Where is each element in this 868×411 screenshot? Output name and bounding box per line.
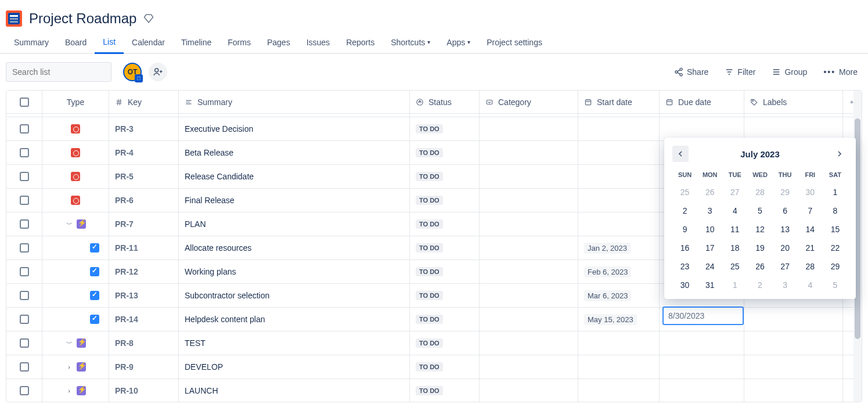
- prev-month-button[interactable]: [672, 146, 689, 162]
- start-date-value[interactable]: Feb 6, 2023: [584, 266, 631, 277]
- tab-summary[interactable]: Summary: [6, 31, 57, 53]
- issue-key[interactable]: PR-7: [115, 219, 134, 229]
- status-badge[interactable]: TO DO: [416, 362, 443, 372]
- status-badge[interactable]: TO DO: [416, 124, 443, 134]
- calendar-day[interactable]: 31: [697, 277, 722, 293]
- row-checkbox[interactable]: [20, 196, 29, 205]
- issue-key[interactable]: PR-11: [115, 243, 138, 253]
- more-button[interactable]: ••• More: [819, 65, 862, 79]
- calendar-day[interactable]: 2: [672, 203, 697, 219]
- start-date-value[interactable]: Jan 2, 2023: [584, 243, 631, 254]
- assignee-avatar[interactable]: OT □: [123, 63, 142, 81]
- table-row[interactable]: ›PR-9DEVELOPTO DO: [6, 355, 862, 379]
- tab-issues[interactable]: Issues: [298, 31, 338, 53]
- calendar-day[interactable]: 21: [798, 240, 823, 256]
- col-due-date[interactable]: Due date: [660, 91, 744, 114]
- issue-key[interactable]: PR-5: [115, 172, 134, 181]
- issue-summary[interactable]: Executive Decision: [185, 124, 253, 134]
- table-row[interactable]: ›PR-10LAUNCHTO DO: [6, 379, 862, 402]
- col-start-date[interactable]: Start date: [578, 91, 660, 114]
- issue-key[interactable]: PR-3: [115, 124, 134, 134]
- status-badge[interactable]: TO DO: [416, 219, 443, 229]
- calendar-day[interactable]: 4: [798, 277, 823, 293]
- calendar-day[interactable]: 2: [747, 277, 772, 293]
- calendar-day[interactable]: 7: [798, 203, 823, 219]
- issue-summary[interactable]: Allocate resources: [185, 243, 251, 253]
- issue-summary[interactable]: Helpdesk content plan: [185, 315, 265, 324]
- calendar-day[interactable]: 24: [697, 258, 722, 275]
- issue-summary[interactable]: Working plans: [185, 267, 236, 276]
- issue-key[interactable]: PR-4: [115, 148, 134, 157]
- tab-timeline[interactable]: Timeline: [173, 31, 219, 53]
- calendar-day[interactable]: 27: [722, 184, 747, 200]
- status-badge[interactable]: TO DO: [416, 243, 443, 253]
- start-date-value[interactable]: May 15, 2023: [584, 314, 637, 325]
- filter-button[interactable]: Filter: [720, 65, 760, 79]
- tab-list[interactable]: List: [95, 31, 124, 54]
- tab-reports[interactable]: Reports: [338, 31, 383, 53]
- col-status[interactable]: Status: [410, 91, 480, 114]
- row-checkbox[interactable]: [20, 124, 29, 134]
- table-row[interactable]: ﹀PR-8TESTTO DO: [6, 331, 862, 355]
- add-people-button[interactable]: [149, 63, 167, 81]
- calendar-day[interactable]: 16: [672, 240, 697, 256]
- chevron-down-icon[interactable]: ﹀: [65, 339, 73, 348]
- calendar-day[interactable]: 29: [823, 258, 848, 275]
- calendar-day[interactable]: 13: [773, 221, 798, 237]
- status-badge[interactable]: TO DO: [416, 148, 443, 157]
- calendar-day[interactable]: 26: [747, 258, 772, 275]
- group-button[interactable]: Group: [767, 65, 812, 79]
- calendar-day[interactable]: 25: [672, 184, 697, 200]
- calendar-day[interactable]: 3: [773, 277, 798, 293]
- tab-calendar[interactable]: Calendar: [124, 31, 173, 53]
- calendar-day[interactable]: 17: [697, 240, 722, 256]
- search-input-wrap[interactable]: [6, 62, 111, 82]
- col-key[interactable]: Key: [109, 91, 179, 114]
- calendar-day[interactable]: 5: [823, 277, 848, 293]
- issue-summary[interactable]: TEST: [185, 338, 206, 348]
- row-checkbox[interactable]: [20, 219, 29, 229]
- issue-summary[interactable]: Subcontractor selection: [185, 291, 269, 300]
- calendar-day[interactable]: 12: [747, 221, 772, 237]
- col-type[interactable]: Type: [42, 91, 109, 114]
- issue-key[interactable]: PR-10: [115, 386, 138, 395]
- status-badge[interactable]: TO DO: [416, 291, 443, 300]
- calendar-day[interactable]: 1: [722, 277, 747, 293]
- calendar-day[interactable]: 25: [722, 258, 747, 275]
- calendar-day[interactable]: 3: [697, 203, 722, 219]
- calendar-day[interactable]: 27: [773, 258, 798, 275]
- status-badge[interactable]: TO DO: [416, 386, 443, 395]
- chevron-right-icon[interactable]: ›: [65, 387, 73, 394]
- calendar-day[interactable]: 18: [722, 240, 747, 256]
- start-date-value[interactable]: Mar 6, 2023: [584, 290, 631, 301]
- calendar-day[interactable]: 15: [823, 221, 848, 237]
- chevron-down-icon[interactable]: ﹀: [65, 220, 73, 229]
- calendar-day[interactable]: 6: [773, 203, 798, 219]
- issue-summary[interactable]: Beta Release: [185, 148, 233, 157]
- tab-shortcuts[interactable]: Shortcuts▾: [383, 31, 438, 53]
- row-checkbox[interactable]: [20, 386, 29, 395]
- calendar-day[interactable]: 28: [747, 184, 772, 200]
- due-date-input[interactable]: 8/30/2023: [662, 307, 744, 325]
- issue-summary[interactable]: LAUNCH: [185, 386, 218, 395]
- row-checkbox[interactable]: [20, 172, 29, 181]
- calendar-day[interactable]: 23: [672, 258, 697, 275]
- tab-pages[interactable]: Pages: [259, 31, 298, 53]
- col-select-all[interactable]: [6, 91, 42, 114]
- row-checkbox[interactable]: [20, 243, 29, 253]
- calendar-day[interactable]: 20: [773, 240, 798, 256]
- calendar-day[interactable]: 11: [722, 221, 747, 237]
- issue-summary[interactable]: Release Candidate: [185, 172, 254, 181]
- status-badge[interactable]: TO DO: [416, 315, 443, 324]
- issue-key[interactable]: PR-8: [115, 338, 134, 348]
- calendar-day[interactable]: 22: [823, 240, 848, 256]
- chevron-right-icon[interactable]: ›: [65, 363, 73, 370]
- calendar-day[interactable]: 5: [747, 203, 772, 219]
- share-button[interactable]: Share: [669, 65, 713, 79]
- calendar-day[interactable]: 19: [747, 240, 772, 256]
- row-checkbox[interactable]: [20, 338, 29, 348]
- calendar-day[interactable]: 30: [672, 277, 697, 293]
- calendar-day[interactable]: 4: [722, 203, 747, 219]
- tab-forms[interactable]: Forms: [219, 31, 259, 53]
- calendar-day[interactable]: 29: [773, 184, 798, 200]
